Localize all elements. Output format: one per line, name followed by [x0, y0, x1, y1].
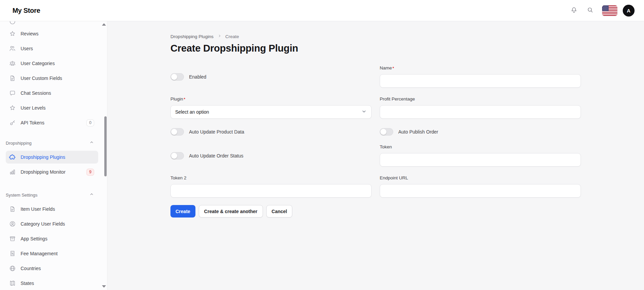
field-name: Name* — [380, 65, 581, 88]
sidebar-item-label: API Tokens — [21, 120, 82, 125]
plugin-label-text: Plugin — [170, 96, 183, 102]
field-profit-percentage: Profit Percentage — [380, 96, 581, 119]
sidebar-item-countries[interactable]: Countries — [6, 262, 98, 275]
sidebar-item-label: Dropshipping Plugins — [21, 154, 94, 160]
breadcrumb: Dropshipping Plugins Create — [170, 34, 581, 39]
endpoint-url-label: Endpoint URL — [380, 175, 581, 181]
sidebar-item-chat-sessions[interactable]: Chat Sessions — [6, 87, 98, 99]
sidebar-item-dropshipping-plugins[interactable]: Dropshipping Plugins — [6, 151, 98, 164]
auto-update-product-data-label: Auto Update Product Data — [189, 129, 244, 135]
profit-percentage-label: Profit Percentage — [380, 96, 581, 102]
sidebar-group-dropshipping[interactable]: Dropshipping — [6, 140, 98, 146]
search-button[interactable] — [586, 6, 594, 14]
sidebar-scroll-up-arrow[interactable] — [102, 23, 106, 26]
sidebar-group-label: System Settings — [6, 193, 37, 198]
puzzle-icon — [9, 154, 16, 161]
globe-icon — [9, 265, 16, 272]
auto-update-order-status-toggle[interactable] — [170, 152, 184, 160]
brand-logo[interactable]: My Store — [0, 7, 40, 14]
sidebar-item-label: Category User Fields — [21, 221, 94, 227]
token-2-input[interactable] — [170, 184, 372, 198]
auto-publish-order-toggle[interactable] — [380, 128, 393, 136]
sidebar-item-user-categories[interactable]: User Categories — [6, 57, 98, 70]
sidebar-group-label: Dropshipping — [6, 141, 32, 146]
plugin-select[interactable]: Select an option — [170, 105, 372, 119]
page-title: Create Dropshipping Plugin — [170, 43, 581, 54]
user-group-icon — [9, 60, 16, 67]
breadcrumb-item-dropshipping-plugins[interactable]: Dropshipping Plugins — [170, 34, 214, 39]
topbar-actions: A — [570, 5, 644, 17]
field-enabled: Enabled — [170, 66, 372, 88]
users-icon — [9, 45, 16, 52]
main-content: Dropshipping Plugins Create Create Drops… — [107, 21, 644, 290]
field-auto-update-product-data: Auto Update Product Data — [170, 128, 372, 136]
user-circle-icon — [9, 221, 16, 227]
create-button[interactable]: Create — [170, 205, 195, 218]
auto-publish-order-label: Auto Publish Order — [398, 129, 438, 135]
sidebar-item-category-user-fields[interactable]: Category User Fields — [6, 218, 98, 230]
token-input[interactable] — [380, 153, 581, 167]
sidebar-item-clipped — [6, 21, 98, 25]
required-asterisk: * — [184, 97, 185, 101]
token-2-label: Token 2 — [170, 175, 372, 181]
dropshipping-monitor-count-badge: 9 — [86, 169, 94, 176]
sidebar-item-label: Item User Fields — [21, 206, 94, 212]
field-token-2: Token 2 — [170, 175, 372, 198]
sidebar: Reviews Users User Categories User Custo… — [0, 21, 107, 290]
profit-percentage-input[interactable] — [380, 105, 581, 119]
document-text-icon — [9, 206, 16, 212]
topbar: My Store A — [0, 0, 644, 21]
token-label: Token — [380, 144, 581, 150]
sidebar-item-label: App Settings — [21, 236, 94, 241]
sidebar-item-label: User Categories — [21, 61, 94, 66]
sidebar-item-label: Reviews — [21, 31, 94, 36]
plugin-label: Plugin* — [170, 96, 372, 102]
sidebar-item-users[interactable]: Users — [6, 42, 98, 55]
language-switcher[interactable] — [602, 5, 617, 16]
sidebar-item-fee-management[interactable]: Fee Management — [6, 247, 98, 260]
auto-update-order-status-label: Auto Update Order Status — [189, 153, 243, 158]
toggle-knob — [171, 74, 177, 80]
name-label-text: Name — [380, 65, 392, 70]
archive-box-icon — [9, 235, 16, 242]
chevron-right-icon — [217, 34, 222, 39]
create-and-create-another-button[interactable]: Create & create another — [199, 205, 263, 218]
sidebar-item-reviews[interactable]: Reviews — [6, 27, 98, 40]
field-plugin: Plugin* Select an option — [170, 96, 372, 119]
plugin-select-value: Select an option — [175, 109, 209, 115]
sidebar-item-label: States — [21, 281, 94, 286]
enabled-toggle[interactable] — [170, 73, 184, 81]
star-icon — [9, 30, 16, 37]
endpoint-url-input[interactable] — [380, 184, 581, 198]
name-input[interactable] — [380, 74, 581, 88]
sidebar-item-dropshipping-monitor[interactable]: Dropshipping Monitor 9 — [6, 166, 98, 178]
sidebar-item-api-tokens[interactable]: API Tokens 0 — [6, 116, 98, 129]
sidebar-item-app-settings[interactable]: App Settings — [6, 232, 98, 245]
sidebar-scroll-down-arrow[interactable] — [102, 285, 106, 288]
sidebar-scrollbar-thumb[interactable] — [104, 116, 107, 176]
sidebar-item-label: Chat Sessions — [21, 90, 94, 96]
chevron-up-icon — [89, 140, 94, 146]
user-menu-avatar[interactable]: A — [623, 5, 635, 17]
chevron-up-icon — [89, 192, 94, 198]
avatar-initial: A — [627, 8, 630, 13]
sidebar-group-system-settings[interactable]: System Settings — [6, 192, 98, 198]
sidebar-item-states[interactable]: States — [6, 277, 98, 290]
api-tokens-count-badge: 0 — [86, 119, 94, 126]
field-auto-update-order-status: Auto Update Order Status — [170, 145, 372, 167]
cancel-button[interactable]: Cancel — [266, 205, 293, 218]
auto-update-product-data-toggle[interactable] — [170, 128, 184, 136]
sidebar-item-label: Users — [21, 46, 94, 51]
required-asterisk: * — [393, 66, 394, 70]
create-plugin-form: Enabled Name* Plugin* Select an option P… — [170, 65, 581, 198]
chat-bubble-icon — [9, 90, 16, 96]
sidebar-item-user-levels[interactable]: User Levels — [6, 102, 98, 114]
sidebar-item-user-custom-fields[interactable]: User Custom Fields — [6, 72, 98, 85]
name-label: Name* — [380, 65, 581, 71]
field-endpoint-url: Endpoint URL — [380, 175, 581, 198]
notifications-button[interactable] — [570, 6, 578, 14]
sidebar-item-item-user-fields[interactable]: Item User Fields — [6, 203, 98, 215]
sidebar-item-label: Countries — [21, 266, 94, 271]
map-icon — [9, 280, 16, 287]
key-icon — [9, 119, 16, 126]
